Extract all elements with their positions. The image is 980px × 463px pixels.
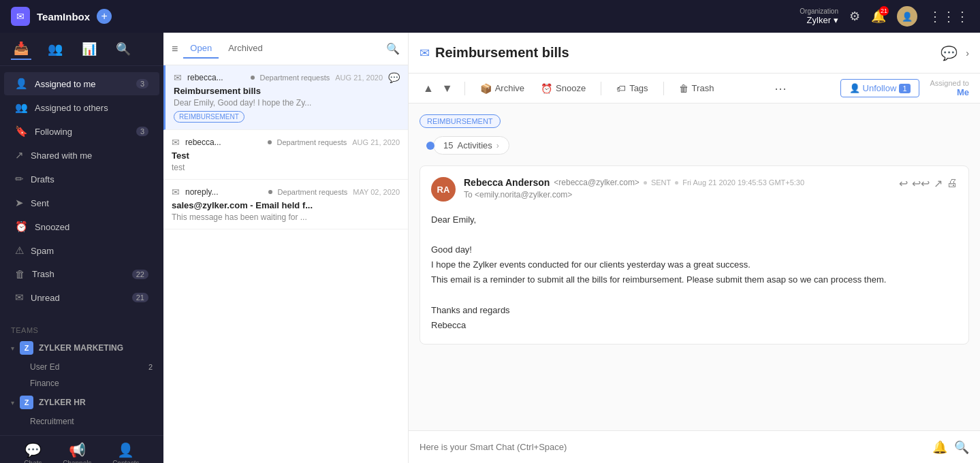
notification-icon[interactable]: 🔔 — [932, 440, 947, 455]
email-envelope-icon: ✉ — [172, 187, 180, 197]
next-button[interactable]: ▼ — [439, 80, 456, 97]
chevron-down-icon: ▾ — [11, 345, 14, 352]
sidebar-item-user-ed[interactable]: User Ed 2 — [11, 359, 153, 375]
add-button[interactable]: + — [97, 9, 112, 24]
grid-icon[interactable]: ⋮⋮⋮ — [928, 8, 969, 25]
search-smart-icon[interactable]: 🔍 — [954, 440, 969, 455]
trash-label: Trash — [692, 83, 714, 93]
snooze-button[interactable]: ⏰ Snooze — [534, 80, 592, 97]
sidebar-item-finance[interactable]: Finance — [11, 375, 153, 392]
sidebar-item-unread[interactable]: ✉ Unread 21 — [4, 286, 159, 309]
timeline-dot — [426, 142, 434, 150]
unfollow-count: 1 — [899, 84, 910, 93]
email-date: AUG 21, 2020 — [352, 138, 400, 146]
reply-all-button[interactable]: ↩↩ — [912, 177, 930, 190]
sidebar-item-spam[interactable]: ⚠ Spam — [4, 239, 159, 262]
org-section[interactable]: Organization Zylker ▾ — [800, 7, 838, 25]
activities-button[interactable]: 15 Activities › — [433, 136, 509, 155]
channels-label: Channels — [63, 460, 91, 463]
tags-label: Tags — [629, 83, 648, 93]
sub-item-count-user-ed: 2 — [148, 363, 153, 371]
sidebar-item-snoozed[interactable]: ⏰ Snoozed — [4, 215, 159, 238]
dot-divider — [644, 181, 647, 185]
assigned-to-name: Me — [957, 87, 969, 97]
chat-toggle-button[interactable]: 💬 — [935, 42, 963, 64]
inbox-icon[interactable]: 📥 — [11, 38, 31, 60]
search-button[interactable]: 🔍 — [386, 42, 400, 55]
email-subject: sales@zylker.com - Email held f... — [172, 200, 400, 210]
contacts-icon[interactable]: 👥 — [45, 39, 65, 59]
nav-label-drafts: Drafts — [31, 174, 148, 185]
email-item[interactable]: ✉ rebecca... Department requests AUG 21,… — [163, 130, 408, 180]
search-icon[interactable]: 🔍 — [113, 39, 133, 59]
user-avatar[interactable]: 👤 — [897, 6, 917, 27]
unfollow-icon: 👤 — [849, 83, 860, 93]
nav-label-assigned-to-me: Assigned to me — [35, 79, 129, 89]
reply-button[interactable]: ↩ — [899, 177, 908, 190]
notification-badge: 21 — [879, 6, 889, 16]
expand-icon[interactable]: › — [966, 48, 969, 59]
nav-label-spam: Spam — [31, 246, 148, 256]
sidebar-item-recruitment[interactable]: Recruitment — [11, 413, 153, 430]
channels-icon: 📢 — [69, 442, 86, 458]
sidebar-item-assigned-to-me[interactable]: 👤 Assigned to me 3 — [4, 72, 159, 95]
sidebar-nav: 👤 Assigned to me 3 👥 Assigned to others … — [0, 66, 163, 315]
sidebar-item-following[interactable]: 🔖 Following 3 — [4, 120, 159, 143]
sidebar-item-trash[interactable]: 🗑 Trash 22 — [4, 263, 159, 285]
trash-icon: 🗑 — [679, 83, 689, 94]
message-header: RA Rebecca Anderson <rebecca@zylker.com>… — [431, 177, 958, 202]
contacts-button[interactable]: 👤 Contacts — [112, 442, 139, 463]
nav-arrows: ▲ ▼ — [420, 80, 456, 97]
nav-count-trash: 22 — [132, 270, 148, 279]
person-icon: 👤 — [15, 78, 28, 90]
channels-button[interactable]: 📢 Channels — [63, 442, 91, 463]
chats-icon: 💬 — [25, 442, 42, 458]
people-icon: 👥 — [15, 101, 28, 114]
email-date: MAY 02, 2020 — [353, 188, 400, 196]
nav-count-unread: 21 — [132, 293, 148, 302]
smart-chat-input[interactable] — [420, 442, 932, 452]
activities-count: 15 — [443, 140, 453, 150]
drafts-icon: ✏ — [15, 173, 24, 185]
sidebar-item-sent[interactable]: ➤ Sent — [4, 191, 159, 214]
analytics-icon[interactable]: 📊 — [79, 39, 99, 59]
email-item[interactable]: ✉ noreply... Department requests MAY 02,… — [163, 180, 408, 229]
email-preview: This message has been waiting for ... — [172, 212, 400, 222]
nav-label-following: Following — [35, 127, 129, 137]
more-options-button[interactable]: ⋯ — [774, 81, 787, 96]
archive-button[interactable]: 📦 Archive — [473, 80, 531, 97]
tag-row: REIMBURSEMENT — [420, 114, 969, 128]
sent-icon: ➤ — [15, 197, 24, 209]
nav-label-assigned-to-others: Assigned to others — [35, 103, 148, 113]
filter-icon[interactable]: ≡ — [172, 43, 178, 55]
prev-button[interactable]: ▲ — [420, 80, 437, 97]
activities-bar: 15 Activities › — [433, 136, 969, 155]
team-zylker-marketing[interactable]: ▾ Z ZYLKER MARKETING — [11, 337, 153, 359]
email-content-area: REIMBURSEMENT 15 Activities › RA Rebecca… — [409, 103, 980, 430]
trash-button[interactable]: 🗑 Trash — [672, 80, 721, 97]
contacts-icon: 👤 — [117, 442, 134, 458]
team-avatar-marketing: Z — [20, 341, 33, 355]
chats-button[interactable]: 💬 Chats — [24, 442, 42, 463]
email-subject: Reimbursement bills — [174, 86, 400, 96]
tab-archived[interactable]: Archived — [221, 39, 270, 59]
print-button[interactable]: 🖨 — [947, 177, 958, 190]
team-name-hr: ZYLKER HR — [39, 398, 153, 407]
sidebar-item-shared-with-me[interactable]: ↗ Shared with me — [4, 144, 159, 167]
settings-icon[interactable]: ⚙ — [849, 9, 860, 24]
archive-label: Archive — [495, 83, 524, 93]
bookmark-icon: 🔖 — [15, 125, 28, 138]
nav-count-assigned-to-me: 3 — [136, 79, 148, 89]
unfollow-button[interactable]: 👤 Unfollow 1 — [840, 79, 919, 97]
email-item[interactable]: ✉ rebecca... Department requests AUG 21,… — [163, 65, 408, 130]
forward-button[interactable]: ↗ — [934, 177, 943, 190]
tab-open[interactable]: Open — [183, 39, 219, 59]
sidebar-item-drafts[interactable]: ✏ Drafts — [4, 167, 159, 191]
sidebar-item-assigned-to-others[interactable]: 👥 Assigned to others — [4, 96, 159, 119]
email-message-card: RA Rebecca Anderson <rebecca@zylker.com>… — [420, 165, 969, 345]
tags-button[interactable]: 🏷 Tags — [610, 80, 654, 97]
envelope-icon: ✉ — [420, 46, 430, 61]
team-zylker-hr[interactable]: ▾ Z ZYLKER HR — [11, 392, 153, 413]
assigned-to-label: Assigned to — [930, 79, 969, 87]
notification-bell[interactable]: 🔔 21 — [871, 9, 886, 24]
